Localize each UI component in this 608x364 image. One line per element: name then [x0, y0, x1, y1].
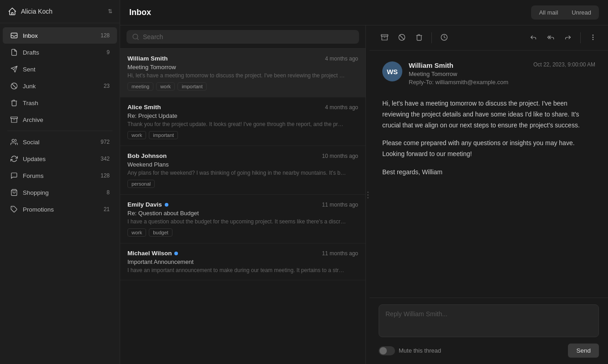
content-area: William Smith 4 months ago Meeting Tomor… — [120, 25, 608, 364]
email-sender: William Smith — [127, 55, 167, 62]
sidebar-item-badge-shopping: 8 — [106, 189, 110, 196]
email-time: 4 months ago — [325, 104, 358, 111]
tab-all-mail[interactable]: All mail — [532, 7, 564, 18]
more-options-button[interactable] — [585, 30, 601, 46]
mute-toggle: Mute this thread — [379, 346, 441, 355]
spam-button[interactable] — [394, 30, 410, 46]
sidebar-item-badge-updates: 342 — [101, 156, 110, 162]
sidebar-item-label-forums: Forums — [23, 172, 96, 179]
email-subject: Weekend Plans — [127, 161, 358, 168]
reply-all-button[interactable] — [543, 30, 558, 46]
sidebar-item-label-updates: Updates — [23, 156, 96, 162]
mute-switch[interactable] — [379, 346, 395, 355]
body-paragraph-1: Hi, let's have a meeting tomorrow to dis… — [382, 98, 595, 131]
svg-line-4 — [12, 84, 16, 88]
email-item[interactable]: Alice Smith 4 months ago Re: Project Upd… — [120, 97, 365, 146]
email-sender: Alice Smith — [127, 104, 161, 111]
email-sender: Bob Johnson — [127, 152, 167, 159]
trash-icon — [10, 99, 18, 107]
social-icon — [10, 138, 18, 146]
email-tags: meeting work important — [127, 82, 358, 91]
sidebar-item-social[interactable]: Social 972 — [3, 134, 117, 150]
email-detail: WS William Smith Meeting Tomorrow Reply-… — [370, 25, 608, 364]
email-sender: Emily Davis — [127, 201, 168, 208]
send-button[interactable]: Send — [568, 344, 599, 358]
spam-toolbar-icon — [398, 34, 405, 42]
forums-icon — [10, 172, 18, 180]
trash-toolbar-icon — [415, 34, 423, 42]
email-item[interactable]: William Smith 4 months ago Meeting Tomor… — [120, 49, 365, 97]
detail-reply-to: Reply-To: williamsmith@example.com — [409, 79, 527, 86]
tag: important — [149, 131, 178, 139]
email-item-header: Bob Johnson 10 months ago — [127, 152, 358, 159]
junk-icon — [10, 82, 18, 90]
trash-button[interactable] — [411, 30, 427, 46]
search-icon — [132, 33, 139, 40]
reply-all-toolbar-icon — [547, 34, 554, 42]
sidebar-item-badge-forums: 128 — [101, 172, 110, 179]
sidebar-item-shopping[interactable]: Shopping 8 — [3, 184, 117, 201]
sidebar-item-badge-promotions: 21 — [104, 206, 110, 212]
toggle-knob — [380, 347, 387, 354]
sidebar-item-trash[interactable]: Trash — [3, 95, 117, 111]
sidebar-item-drafts[interactable]: Drafts 9 — [3, 44, 117, 61]
archive-toolbar-icon — [381, 34, 388, 42]
reply-button[interactable] — [526, 30, 541, 46]
email-preview: Any plans for the weekend? I was thinkin… — [127, 170, 346, 176]
resize-dots — [367, 192, 369, 198]
search-wrapper — [127, 30, 359, 44]
svg-point-19 — [593, 39, 593, 40]
email-subject: Meeting Tomorrow — [127, 64, 358, 71]
sidebar-item-forums[interactable]: Forums 128 — [3, 167, 117, 184]
detail-date: Oct 22, 2023, 9:00:00 AM — [533, 61, 595, 68]
reply-toolbar-icon — [530, 34, 537, 42]
sidebar-item-archive[interactable]: Archive — [3, 111, 117, 128]
unread-indicator — [174, 252, 178, 255]
account-header[interactable]: Alicia Koch ⇅ — [0, 0, 120, 23]
sidebar-item-badge-inbox: 128 — [101, 32, 110, 39]
more-options-icon — [589, 34, 597, 42]
chevron-icon: ⇅ — [108, 8, 112, 15]
sidebar-item-sent[interactable]: Sent — [3, 61, 117, 77]
detail-subject-line: Meeting Tomorrow — [409, 71, 527, 77]
mute-label: Mute this thread — [399, 347, 441, 354]
forward-button[interactable] — [560, 30, 576, 46]
email-item[interactable]: Emily Davis 11 months ago Re: Question a… — [120, 195, 365, 243]
email-subject: Re: Project Update — [127, 112, 358, 119]
sidebar-item-promotions[interactable]: Promotions 21 — [3, 201, 117, 217]
email-sender: Michael Wilson — [127, 250, 178, 257]
email-item[interactable]: Michael Wilson 11 months ago Important A… — [120, 243, 365, 280]
svg-rect-5 — [11, 117, 18, 118]
email-item[interactable]: Bob Johnson 10 months ago Weekend Plans … — [120, 146, 365, 195]
detail-body: Hi, let's have a meeting tomorrow to dis… — [382, 98, 595, 178]
sidebar-item-updates[interactable]: Updates 342 — [3, 151, 117, 167]
sidebar-item-junk[interactable]: Junk 23 — [3, 78, 117, 94]
reply-area: Mute this thread Send — [370, 298, 608, 364]
svg-rect-12 — [381, 35, 388, 36]
main-header: Inbox All mail Unread — [120, 0, 608, 25]
drafts-icon — [10, 48, 18, 56]
search-input[interactable] — [143, 33, 354, 40]
tab-unread[interactable]: Unread — [565, 7, 598, 18]
forward-toolbar-icon — [564, 34, 572, 42]
tag: budget — [149, 228, 172, 237]
search-bar — [120, 25, 365, 49]
resize-handle[interactable] — [366, 25, 370, 364]
email-list-panel: William Smith 4 months ago Meeting Tomor… — [120, 25, 366, 364]
email-time: 10 months ago — [322, 153, 358, 159]
archive-button[interactable] — [377, 30, 392, 46]
snooze-toolbar-icon — [441, 34, 448, 42]
email-time: 11 months ago — [322, 202, 358, 208]
snooze-button[interactable] — [436, 30, 452, 46]
svg-point-18 — [593, 37, 593, 37]
svg-line-11 — [137, 38, 138, 40]
svg-point-7 — [12, 139, 14, 142]
toolbar-separator — [431, 32, 432, 43]
reply-textarea[interactable] — [379, 304, 599, 337]
sidebar-navigation: Inbox 128 Drafts 9 Sent Junk 23 — [0, 23, 120, 364]
email-item-header: Alice Smith 4 months ago — [127, 104, 358, 111]
promotions-icon — [10, 205, 18, 213]
email-tags: work important — [127, 131, 358, 139]
sent-icon — [10, 65, 18, 73]
sidebar-item-inbox[interactable]: Inbox 128 — [3, 27, 117, 44]
